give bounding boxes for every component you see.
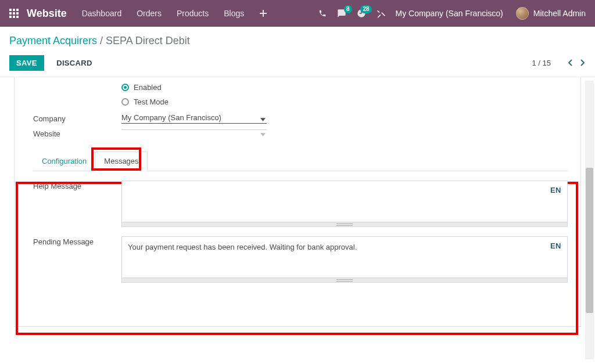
pager-counter[interactable]: 1 / 15 — [532, 59, 551, 67]
chevron-down-icon — [260, 114, 266, 123]
pager: 1 / 15 — [532, 59, 586, 68]
phone-icon[interactable] — [318, 9, 327, 17]
radio-icon — [121, 98, 129, 106]
top-navbar: Website Dashboard Orders Products Blogs … — [0, 0, 595, 27]
nav-dashboard[interactable]: Dashboard — [82, 9, 122, 18]
breadcrumb: Payment Acquirers / SEPA Direct Debit — [9, 35, 586, 47]
chat-icon[interactable]: 8 — [337, 9, 346, 18]
company-label: Company — [33, 112, 121, 123]
notebook-tabs: Configuration Messages — [33, 151, 568, 171]
pager-next-icon[interactable] — [580, 59, 586, 68]
resize-handle[interactable] — [121, 278, 568, 283]
website-label: Website — [33, 127, 121, 138]
app-brand[interactable]: Website — [27, 8, 67, 20]
radio-icon — [121, 84, 129, 91]
chat-badge: 8 — [344, 5, 352, 13]
form-sheet: Enabled Test Mode Company My Company (Sa… — [14, 77, 581, 327]
nav-products[interactable]: Products — [177, 9, 209, 18]
breadcrumb-current: SEPA Direct Debit — [106, 35, 190, 46]
form-sheet-wrap: Enabled Test Mode Company My Company (Sa… — [0, 77, 595, 334]
chevron-down-icon — [260, 129, 266, 138]
state-test-label: Test Mode — [134, 98, 169, 106]
help-message-field[interactable]: EN — [121, 181, 568, 222]
control-panel: Payment Acquirers / SEPA Direct Debit SA… — [0, 27, 595, 77]
help-message-label: Help Message — [33, 181, 121, 190]
pending-message-value: Your payment request has been received. … — [128, 243, 357, 251]
breadcrumb-parent[interactable]: Payment Acquirers — [9, 35, 97, 46]
avatar — [516, 7, 529, 20]
clock-icon[interactable]: 28 — [357, 9, 366, 18]
nav-orders[interactable]: Orders — [137, 9, 162, 18]
tab-messages[interactable]: Messages — [95, 152, 147, 171]
user-menu[interactable]: Mitchell Admin — [516, 7, 586, 20]
user-name: Mitchell Admin — [533, 9, 586, 18]
save-button[interactable]: SAVE — [9, 55, 44, 71]
breadcrumb-sep: / — [100, 35, 106, 46]
state-enabled-label: Enabled — [134, 83, 162, 92]
tools-icon[interactable] — [377, 9, 385, 18]
tab-configuration[interactable]: Configuration — [33, 152, 95, 171]
scrollbar-thumb[interactable] — [586, 168, 593, 313]
company-field[interactable]: My Company (San Francisco) — [121, 112, 267, 124]
apps-icon[interactable] — [9, 9, 19, 18]
pager-prev-icon[interactable] — [567, 59, 573, 68]
website-field[interactable] — [121, 127, 267, 130]
pending-message-field[interactable]: Your payment request has been received. … — [121, 236, 568, 278]
state-test-option[interactable]: Test Mode — [121, 98, 568, 106]
resize-handle[interactable] — [121, 222, 568, 227]
lang-badge[interactable]: EN — [550, 186, 561, 194]
lang-badge[interactable]: EN — [550, 242, 561, 250]
nav-blogs[interactable]: Blogs — [224, 9, 244, 18]
clock-badge: 28 — [360, 5, 371, 13]
company-value: My Company (San Francisco) — [121, 113, 221, 122]
pending-message-label: Pending Message — [33, 236, 121, 246]
state-enabled-option[interactable]: Enabled — [121, 83, 568, 92]
discard-button[interactable]: DISCARD — [49, 55, 99, 71]
scrollbar-track[interactable] — [585, 81, 594, 359]
new-content-icon[interactable] — [259, 9, 267, 17]
company-switcher[interactable]: My Company (San Francisco) — [396, 9, 503, 18]
